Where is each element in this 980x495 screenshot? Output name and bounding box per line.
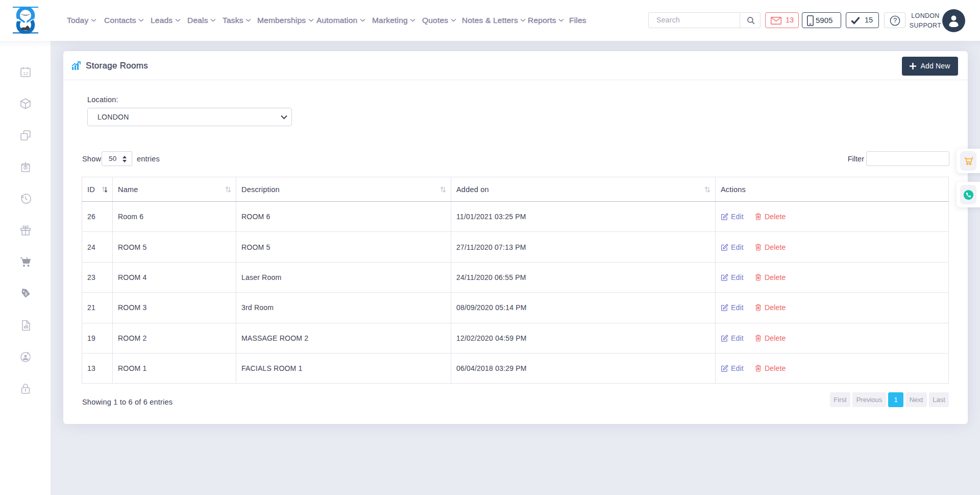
svg-text:12: 12 — [23, 71, 28, 76]
